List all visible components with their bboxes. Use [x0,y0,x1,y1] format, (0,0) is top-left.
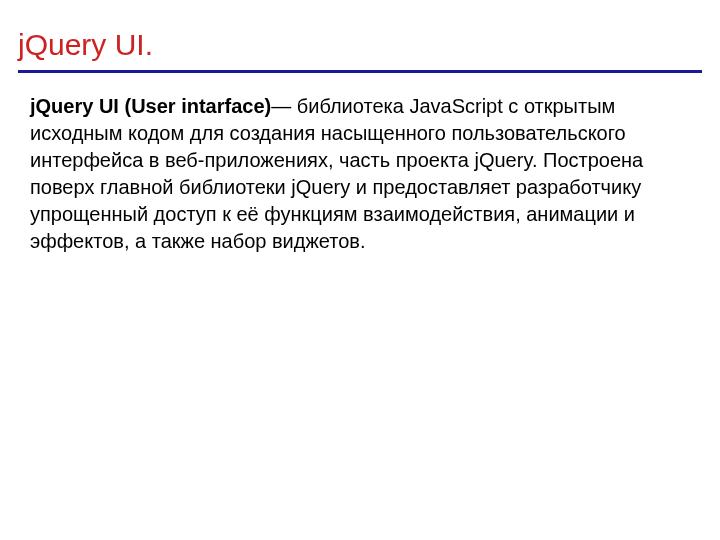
slide-container: jQuery UI. jQuery UI (User intarface)— б… [0,0,720,540]
slide-body: jQuery UI (User intarface)— библиотека J… [18,93,702,255]
body-lead: jQuery UI (User intarface) [30,95,271,117]
body-text: — библиотека JavaScript с открытым исход… [30,95,643,252]
title-divider [18,70,702,73]
slide-title: jQuery UI. [18,28,702,62]
